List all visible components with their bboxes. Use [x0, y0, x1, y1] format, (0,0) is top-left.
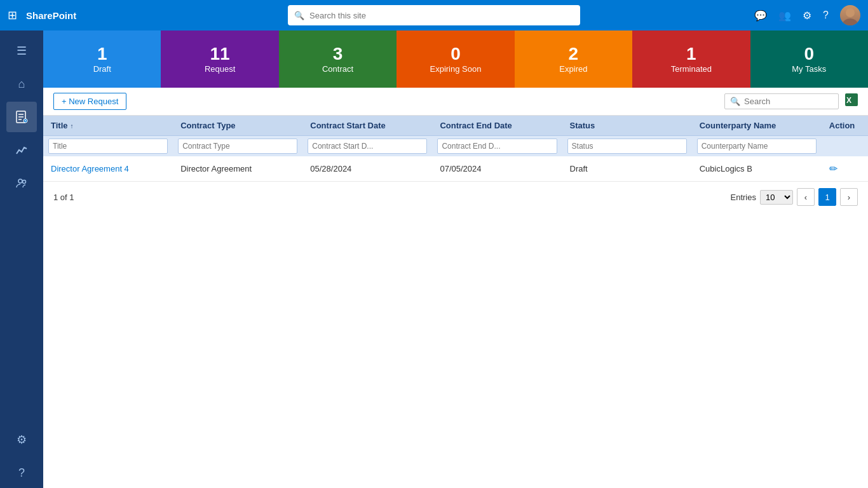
col-header-contract_end_date: Contract End Date: [432, 116, 562, 136]
table-search-box: 🔍: [724, 93, 839, 109]
settings-icon[interactable]: ⚙: [803, 10, 811, 22]
top-nav: ⊞ SharePoint 🔍 💬 👥 ⚙ ?: [0, 0, 868, 30]
filter-input-contract_start_date[interactable]: [308, 139, 427, 154]
sidebar-item-menu[interactable]: ☰: [6, 36, 37, 66]
cell-status: Draft: [562, 156, 692, 182]
card-count-expired: 2: [569, 44, 579, 64]
page-1-button[interactable]: 1: [818, 188, 836, 206]
col-header-title[interactable]: Title↑: [43, 116, 173, 136]
card-count-expiring_soon: 0: [451, 44, 461, 64]
filter-input-title[interactable]: [48, 139, 168, 154]
sidebar-item-settings[interactable]: ⚙: [6, 424, 37, 455]
entries-label: Entries: [731, 193, 756, 202]
filter-input-contract_type[interactable]: [178, 139, 297, 154]
sidebar: ☰ ⌂ ⚙ ?: [0, 30, 43, 488]
filter-cell-contract_end_date: [432, 136, 562, 157]
card-label-draft: Draft: [93, 64, 111, 74]
card-count-request: 11: [210, 44, 230, 64]
search-icon: 🔍: [730, 97, 740, 106]
content-area: 1Draft11Request3Contract0Expiring Soon2E…: [43, 30, 868, 488]
waffle-icon[interactable]: ⊞: [8, 8, 17, 22]
svg-point-9: [18, 179, 22, 183]
title-link[interactable]: Director Agreement 4: [51, 164, 129, 173]
sidebar-item-users[interactable]: [6, 168, 37, 198]
table-search-input[interactable]: [744, 97, 833, 106]
card-label-request: Request: [205, 64, 235, 74]
card-label-expiring_soon: Expiring Soon: [430, 64, 482, 74]
avatar-image: [840, 5, 860, 25]
table-row: Director Agreement 4Director Agreement05…: [43, 156, 868, 182]
new-request-button[interactable]: + New Request: [53, 93, 126, 110]
status-card-terminated[interactable]: 1Terminated: [632, 30, 750, 88]
prev-page-button[interactable]: ‹: [797, 188, 815, 206]
cell-action[interactable]: ✏: [822, 156, 868, 182]
filter-cell-title: [43, 136, 173, 157]
pagination-right: Entries 102550100 ‹ 1 ›: [731, 188, 858, 206]
status-card-draft[interactable]: 1Draft: [43, 30, 161, 88]
status-card-my_tasks[interactable]: 0My Tasks: [750, 30, 868, 88]
status-card-expired[interactable]: 2Expired: [515, 30, 632, 88]
col-header-counterparty_name: Counterparty Name: [692, 116, 822, 136]
card-count-draft: 1: [97, 44, 107, 64]
people-icon[interactable]: 👥: [778, 10, 791, 22]
avatar[interactable]: [840, 5, 860, 25]
sidebar-item-help[interactable]: ?: [6, 458, 37, 488]
filter-input-counterparty_name[interactable]: [697, 139, 817, 154]
cell-counterparty_name: CubicLogics B: [692, 156, 822, 182]
col-header-contract_start_date: Contract Start Date: [302, 116, 432, 136]
filter-input-status[interactable]: [567, 139, 687, 154]
cell-contract_type: Director Agreement: [173, 156, 302, 182]
sharepoint-logo: SharePoint: [26, 10, 76, 21]
svg-point-10: [23, 180, 26, 184]
filter-input-contract_end_date[interactable]: [437, 139, 557, 154]
card-count-my_tasks: 0: [804, 44, 814, 64]
filter-cell-contract_start_date: [302, 136, 432, 157]
sidebar-item-analytics[interactable]: [6, 135, 37, 165]
status-card-request[interactable]: 11Request: [161, 30, 278, 88]
cell-title[interactable]: Director Agreement 4: [43, 156, 173, 182]
card-label-my_tasks: My Tasks: [792, 64, 826, 74]
filter-cell-status: [562, 136, 692, 157]
toolbar: + New Request 🔍 X: [43, 88, 868, 116]
contracts-table: Title↑Contract TypeContract Start DateCo…: [43, 116, 868, 182]
main-layout: ☰ ⌂ ⚙ ?: [0, 30, 868, 488]
next-page-button[interactable]: ›: [840, 188, 858, 206]
svg-point-0: [846, 8, 855, 17]
edit-icon[interactable]: ✏: [829, 163, 837, 174]
help-icon[interactable]: ?: [823, 10, 829, 21]
sidebar-item-contracts[interactable]: [6, 102, 37, 132]
card-label-expired: Expired: [559, 64, 587, 74]
global-search-bar: 🔍: [288, 5, 580, 25]
search-input[interactable]: [309, 11, 574, 20]
status-card-expiring_soon[interactable]: 0Expiring Soon: [397, 30, 514, 88]
cell-contract_end_date: 07/05/2024: [432, 156, 562, 182]
svg-text:X: X: [846, 96, 851, 105]
col-header-action: Action: [822, 116, 868, 136]
top-nav-right: 💬 👥 ⚙ ?: [754, 5, 860, 25]
filter-cell-counterparty_name: [692, 136, 822, 157]
svg-point-1: [843, 18, 858, 25]
card-label-contract: Contract: [322, 64, 353, 74]
status-card-contract[interactable]: 3Contract: [279, 30, 397, 88]
cell-contract_start_date: 05/28/2024: [302, 156, 432, 182]
sidebar-item-home[interactable]: ⌂: [6, 69, 37, 99]
pagination-bar: 1 of 1 Entries 102550100 ‹ 1 ›: [43, 182, 868, 212]
contracts-table-container: Title↑Contract TypeContract Start DateCo…: [43, 116, 868, 182]
card-label-terminated: Terminated: [671, 64, 712, 74]
filter-cell-contract_type: [173, 136, 302, 157]
col-header-contract_type: Contract Type: [173, 116, 302, 136]
status-cards-row: 1Draft11Request3Contract0Expiring Soon2E…: [43, 30, 868, 88]
card-count-contract: 3: [333, 44, 343, 64]
entries-per-page-select[interactable]: 102550100: [760, 190, 793, 205]
excel-export-icon[interactable]: X: [845, 93, 858, 109]
pagination-summary: 1 of 1: [53, 193, 74, 202]
card-count-terminated: 1: [686, 44, 696, 64]
col-header-status: Status: [562, 116, 692, 136]
comment-icon[interactable]: 💬: [754, 10, 767, 22]
filter-cell-action: [822, 136, 868, 157]
sort-arrow-title: ↑: [71, 123, 74, 130]
search-icon: 🔍: [294, 11, 304, 20]
